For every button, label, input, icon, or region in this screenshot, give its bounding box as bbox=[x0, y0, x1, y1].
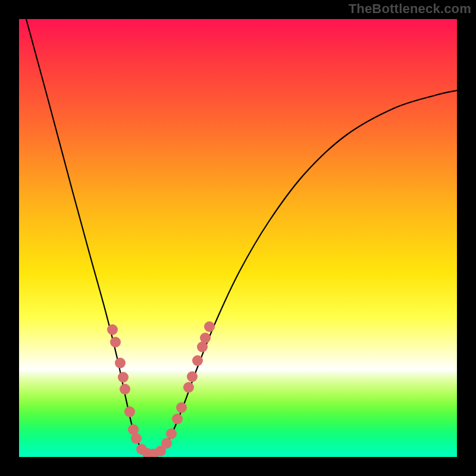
data-marker bbox=[166, 428, 177, 439]
data-marker bbox=[107, 324, 118, 335]
data-marker bbox=[131, 433, 142, 444]
data-marker bbox=[183, 382, 194, 393]
data-marker bbox=[200, 333, 211, 343]
chart-overlay bbox=[19, 19, 457, 457]
bottleneck-curve bbox=[26, 19, 457, 454]
chart-frame: TheBottleneck.com bbox=[0, 0, 476, 476]
data-marker bbox=[115, 358, 126, 368]
data-marker bbox=[124, 406, 135, 417]
data-markers bbox=[107, 321, 215, 457]
data-marker bbox=[110, 337, 121, 347]
data-marker bbox=[118, 372, 129, 383]
data-marker bbox=[192, 355, 203, 366]
watermark-label: TheBottleneck.com bbox=[349, 1, 471, 17]
data-marker bbox=[120, 384, 130, 394]
data-marker bbox=[161, 438, 172, 449]
data-marker bbox=[176, 402, 187, 413]
data-marker bbox=[172, 414, 183, 424]
data-marker bbox=[204, 321, 215, 332]
data-marker bbox=[187, 371, 198, 382]
